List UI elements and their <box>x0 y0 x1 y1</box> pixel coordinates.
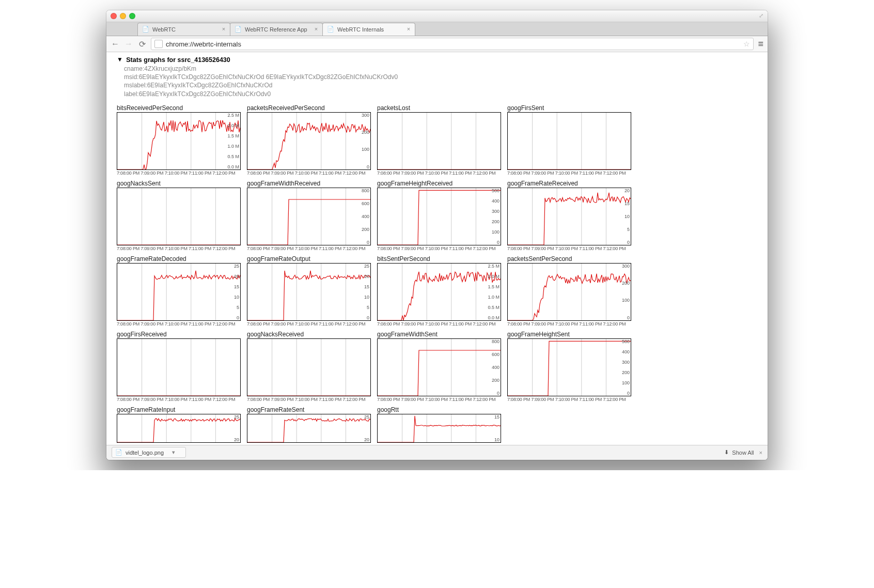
chart-title: bitsSentPerSecond <box>377 255 505 262</box>
x-axis-labels: 7:08:00 PM 7:09:00 PM 7:10:00 PM 7:11:00… <box>377 246 505 251</box>
chart-plot: 2520151050 <box>247 263 371 321</box>
y-tick-label: 0 <box>367 240 369 245</box>
y-tick-label: 600 <box>362 201 369 206</box>
page-content: ▼ Stats graphs for ssrc_4136526430 cname… <box>106 52 768 445</box>
chart-title: googFrameWidthReceived <box>247 180 375 187</box>
y-tick-label: 200 <box>622 281 630 286</box>
y-tick-label: 20 <box>625 188 630 193</box>
x-axis-labels: 7:08:00 PM 7:09:00 PM 7:10:00 PM 7:11:00… <box>507 321 635 327</box>
meta-line: label:6E9IaEYkyxIkTCxDgc82ZGoEhICfxNuCKr… <box>124 90 761 98</box>
chart-title: bitsReceivedPerSecond <box>117 104 245 112</box>
forward-button[interactable]: → <box>124 39 133 49</box>
y-tick-label: 0 <box>497 391 500 396</box>
y-tick-label: 2.5 M <box>488 264 500 269</box>
favicon-icon: 📄 <box>235 26 242 33</box>
y-tick-label: 5 <box>367 305 369 310</box>
x-axis-labels: 7:08:00 PM 7:09:00 PM 7:10:00 PM 7:11:00… <box>117 171 245 176</box>
y-tick-label: 15 <box>494 414 500 420</box>
chart-plot: 5004003002001000 <box>507 338 631 396</box>
y-tick-label: 600 <box>492 352 500 357</box>
bookmark-star-icon[interactable]: ☆ <box>743 40 750 48</box>
chart-plot: 3002001000 <box>507 263 631 321</box>
chart-cell: googFrameRateInput2520 <box>117 404 245 443</box>
chevron-down-icon[interactable]: ▾ <box>172 449 175 456</box>
favicon-icon: 📄 <box>142 26 149 33</box>
y-tick-label: 0 <box>237 315 239 320</box>
browser-toolbar: ← → ⟳ chrome://webrtc-internals ☆ ≡ <box>106 36 768 52</box>
download-chip[interactable]: 📄 vidtel_logo.png ▾ <box>112 447 186 458</box>
y-tick-label: 0.0 M <box>488 315 500 320</box>
chart-cell: googFrameRateSent2520 <box>247 404 375 443</box>
x-axis-labels: 7:08:00 PM 7:09:00 PM 7:10:00 PM 7:11:00… <box>377 397 505 402</box>
chart-cell: googFrameHeightSent50040030020010007:08:… <box>507 329 635 402</box>
chart-plot <box>117 188 241 245</box>
charts-grid: bitsReceivedPerSecond2.5 M2.0 M1.5 M1.0 … <box>117 102 761 443</box>
chart-cell: googFirsSent7:08:00 PM 7:09:00 PM 7:10:0… <box>507 102 635 176</box>
x-axis-labels: 7:08:00 PM 7:09:00 PM 7:10:00 PM 7:11:00… <box>507 397 635 402</box>
x-axis-labels: 7:08:00 PM 7:09:00 PM 7:10:00 PM 7:11:00… <box>507 246 635 251</box>
url-text: chrome://webrtc-internals <box>166 40 241 48</box>
close-downloads-bar-button[interactable]: × <box>759 450 762 456</box>
minimize-window-button[interactable] <box>120 13 126 19</box>
close-window-button[interactable] <box>111 13 117 19</box>
x-axis-labels: 7:08:00 PM 7:09:00 PM 7:10:00 PM 7:11:00… <box>117 246 245 251</box>
y-tick-label: 2.0 M <box>227 123 239 128</box>
y-tick-label: 0 <box>367 164 369 169</box>
back-button[interactable]: ← <box>111 39 120 49</box>
y-tick-label: 300 <box>622 264 630 269</box>
y-tick-label: 15 <box>234 284 239 289</box>
y-tick-label: 10 <box>364 295 369 300</box>
download-filename: vidtel_logo.png <box>126 450 164 456</box>
x-axis-labels: 7:08:00 PM 7:09:00 PM 7:10:00 PM 7:11:00… <box>247 397 375 402</box>
chart-title: googNacksReceived <box>247 331 375 338</box>
meta-line: msid:6E9IaEYkyxIkTCxDgc82ZGoEhICfxNuCKrO… <box>124 73 761 81</box>
file-icon: 📄 <box>115 449 122 456</box>
browser-window: ⤢ 📄WebRTC×📄WebRTC Reference App×📄WebRTC … <box>106 10 768 460</box>
chart-cell: googFrameWidthSent80060040020007:08:00 P… <box>377 329 505 402</box>
close-tab-button[interactable]: × <box>221 26 227 32</box>
y-tick-label: 15 <box>364 284 369 289</box>
chart-cell: googFrameRateOutput25201510507:08:00 PM … <box>247 253 375 327</box>
chart-title: googFrameHeightSent <box>507 331 635 338</box>
section-header[interactable]: ▼ Stats graphs for ssrc_4136526430 <box>117 56 761 64</box>
close-tab-button[interactable]: × <box>313 26 319 32</box>
y-tick-label: 100 <box>492 229 500 235</box>
close-tab-button[interactable]: × <box>405 26 412 32</box>
chart-cell: bitsSentPerSecond2.5 M2.0 M1.5 M1.0 M0.5… <box>377 253 505 327</box>
chart-plot: 8006004002000 <box>247 188 371 245</box>
y-tick-label: 200 <box>362 227 369 232</box>
chart-plot: 2.5 M2.0 M1.5 M1.0 M0.5 M0.0 M <box>117 112 241 170</box>
y-tick-label: 25 <box>234 414 239 420</box>
meta-line: cname:4ZXkrucxjuzp/bKm <box>124 65 761 73</box>
chart-cell: googNacksReceived7:08:00 PM 7:09:00 PM 7… <box>247 329 375 402</box>
address-bar[interactable]: chrome://webrtc-internals ☆ <box>151 38 754 50</box>
y-tick-label: 10 <box>234 295 239 300</box>
y-tick-label: 0.5 M <box>227 154 239 159</box>
chrome-menu-icon[interactable]: ≡ <box>758 39 763 50</box>
chart-cell: packetsLost7:08:00 PM 7:09:00 PM 7:10:00… <box>377 102 505 176</box>
y-tick-label: 100 <box>622 380 630 385</box>
chart-title: googFrameRateDecoded <box>117 255 245 262</box>
x-axis-labels: 7:08:00 PM 7:09:00 PM 7:10:00 PM 7:11:00… <box>247 171 375 176</box>
browser-tab[interactable]: 📄WebRTC Internals× <box>322 23 415 36</box>
chart-title: googFrameRateReceived <box>507 180 635 187</box>
zoom-window-button[interactable] <box>129 13 135 19</box>
browser-tab[interactable]: 📄WebRTC Reference App× <box>230 23 323 36</box>
chart-title: googNacksSent <box>117 180 245 187</box>
browser-tab[interactable]: 📄WebRTC× <box>137 23 230 36</box>
x-axis-labels: 7:08:00 PM 7:09:00 PM 7:10:00 PM 7:11:00… <box>247 246 375 251</box>
y-tick-label: 200 <box>492 219 500 224</box>
y-tick-label: 20 <box>364 274 369 279</box>
tab-label: WebRTC <box>152 26 176 33</box>
y-tick-label: 5 <box>237 305 239 310</box>
y-tick-label: 1.0 M <box>227 144 239 149</box>
y-tick-label: 400 <box>492 365 500 370</box>
reload-button[interactable]: ⟳ <box>137 39 147 49</box>
fullscreen-icon[interactable]: ⤢ <box>759 12 763 19</box>
disclosure-triangle-icon[interactable]: ▼ <box>117 56 123 63</box>
show-all-downloads-button[interactable]: ⬇ Show All <box>724 449 754 456</box>
chart-cell: googFrameHeightReceived50040030020010007… <box>377 178 505 251</box>
y-tick-label: 800 <box>362 188 369 193</box>
x-axis-labels: 7:08:00 PM 7:09:00 PM 7:10:00 PM 7:11:00… <box>117 397 245 402</box>
chart-title: googFrameHeightReceived <box>377 180 505 187</box>
